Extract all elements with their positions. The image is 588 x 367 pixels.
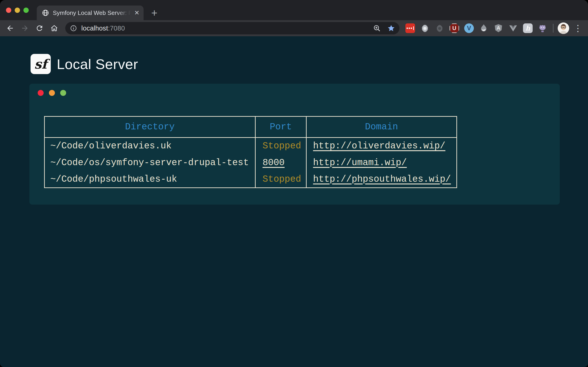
port-status: Stopped [262,141,301,151]
url-port: :7080 [108,25,125,32]
gear-light-extension-icon[interactable] [420,23,430,33]
domain-link[interactable]: http://oliverdavies.wip/ [313,141,445,151]
domain-cell: http://umami.wip/ [306,154,457,171]
zoom-in-icon[interactable] [373,24,381,32]
port-cell: Stopped [255,138,306,154]
tab-strip: Symfony Local Web Server: Prox ✕ + [0,0,588,20]
home-button[interactable] [49,23,60,34]
servers-table: Directory Port Domain ~/Code/oliverdavie… [44,116,457,188]
toolbar-separator [553,24,553,33]
vimium-letter: V [467,25,471,32]
tab-close-icon[interactable]: ✕ [134,10,139,16]
back-button[interactable] [5,23,16,34]
server-panel: Directory Port Domain ~/Code/oliverdavie… [29,84,560,205]
directory-cell: ~/Code/phpsouthwales-uk [44,171,255,188]
url-text: localhost:7080 [81,25,125,32]
panel-traffic-dots [29,84,560,96]
browser-toolbar: localhost:7080 U V A [0,20,588,36]
reload-button[interactable] [34,23,45,34]
header-domain: Domain [306,117,457,138]
directory-cell: ~/Code/oliverdavies.uk [44,138,255,154]
window-close-button[interactable] [6,8,11,13]
page-content: sf Local Server Directory Port Domain [0,36,588,367]
domain-cell: http://oliverdavies.wip/ [306,138,457,154]
table-row: ~/Code/os/symfony-server-drupal-test 800… [44,154,457,171]
extension-icons: U V A h [405,23,547,33]
panel-dot-green-icon [60,90,66,96]
drupal-extension-icon[interactable] [479,23,489,33]
brand-header: sf Local Server [31,54,588,74]
header-port: Port [255,117,306,138]
browser-menu-button[interactable]: ⋮ [573,24,582,33]
table-row: ~/Code/oliverdavies.uk Stopped http://ol… [44,138,457,154]
url-host: localhost [81,25,108,32]
ublock-letter: U [452,25,456,31]
honey-extension-icon[interactable]: h [523,23,533,33]
forward-button[interactable] [19,23,30,34]
new-tab-button[interactable]: + [149,7,160,18]
lastpass-extension-icon[interactable] [405,23,415,33]
address-bar[interactable]: localhost:7080 [65,22,399,34]
port-status: Stopped [262,174,301,184]
svg-text:A: A [497,25,500,31]
window-controls [6,8,29,13]
octocat-extension-icon[interactable] [538,23,547,33]
angular-extension-icon[interactable]: A [493,23,503,33]
domain-cell: http://phpsouthwales.wip/ [306,171,457,188]
table-row: ~/Code/phpsouthwales-uk Stopped http://p… [44,171,457,188]
port-cell: 8000 [255,154,306,171]
profile-avatar[interactable] [558,23,569,34]
bookmark-star-icon[interactable] [387,24,395,32]
symfony-logo-icon: sf [31,54,51,74]
panel-dot-red-icon [38,90,44,96]
domain-link[interactable]: http://umami.wip/ [313,158,407,168]
table-header-row: Directory Port Domain [44,117,457,138]
ublock-extension-icon[interactable]: U [450,23,459,33]
domain-link[interactable]: http://phpsouthwales.wip/ [313,174,451,184]
window-minimize-button[interactable] [15,8,20,13]
gear-dim-extension-icon[interactable] [435,23,444,33]
vue-extension-icon[interactable] [508,23,518,33]
globe-favicon-icon [42,9,49,17]
site-info-icon[interactable] [70,25,77,32]
window-zoom-button[interactable] [23,8,29,13]
port-cell: Stopped [255,171,306,188]
directory-cell: ~/Code/os/symfony-server-drupal-test [44,154,255,171]
honey-letter: h [526,25,530,32]
browser-window: Symfony Local Web Server: Prox ✕ + local… [0,0,588,367]
page-title: Local Server [57,56,138,72]
panel-dot-orange-icon [49,90,55,96]
browser-tab[interactable]: Symfony Local Web Server: Prox ✕ [37,6,144,20]
tab-title: Symfony Local Web Server: Prox [53,9,132,17]
header-directory: Directory [44,117,255,138]
vimium-extension-icon[interactable]: V [464,23,474,33]
port-link[interactable]: 8000 [262,158,285,168]
